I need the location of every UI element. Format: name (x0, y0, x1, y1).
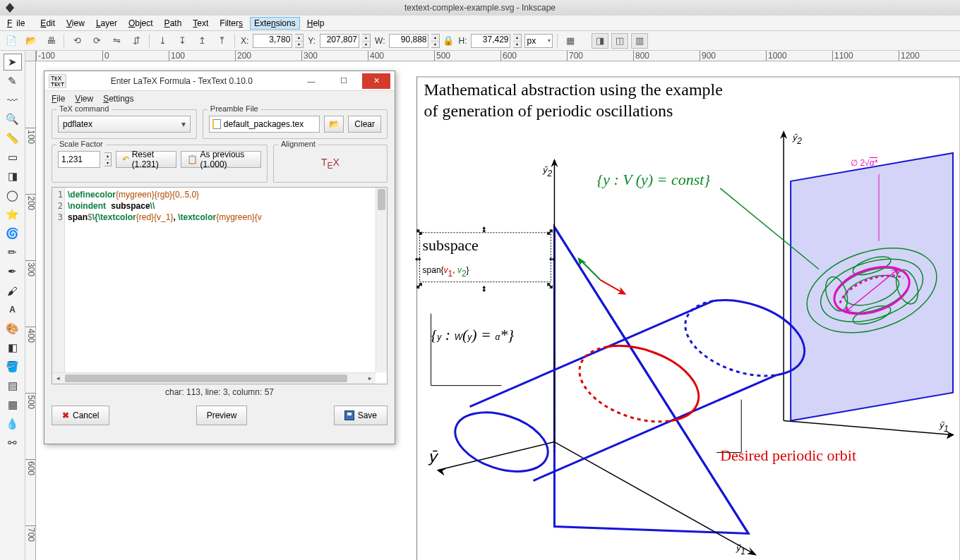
dialog-title: Enter LaTeX Formula - TexText 0.10.0 (71, 76, 294, 86)
bezier-tool-icon[interactable]: ✒ (4, 263, 22, 280)
selector-tool-icon[interactable]: ➤ (4, 54, 22, 71)
sf-spinner[interactable]: ▴▾ (104, 152, 112, 166)
editor-hscroll[interactable]: ◂▸ (52, 372, 376, 384)
menu-help[interactable]: Help (303, 17, 329, 30)
code-area[interactable]: \definecolor{mygreen}{rgb}{0,.5,0} \noin… (65, 188, 387, 384)
circle-tool-icon[interactable]: ◯ (4, 187, 22, 204)
v-const-label: {y : V (y) = const} (596, 171, 710, 188)
w-input[interactable]: 90,888 (389, 34, 428, 48)
menu-path[interactable]: Path (160, 17, 186, 30)
menu-filters[interactable]: Filters (215, 17, 247, 30)
ruler-vertical: 100200300400500600700 (25, 61, 36, 560)
svg-text:⤡: ⤡ (546, 281, 553, 291)
flip-h-icon[interactable]: ⇋ (108, 33, 125, 49)
h-input[interactable]: 37,429 (471, 34, 510, 48)
preamble-legend: Preamble File (208, 104, 261, 113)
alignment-indicator[interactable]: TEX (280, 151, 381, 176)
textext-dialog[interactable]: TᴇXᴛᴇxᴛ Enter LaTeX Formula - TexText 0.… (44, 71, 395, 444)
menu-layer[interactable]: Layer (92, 17, 121, 30)
transform-corners-icon[interactable]: ◫ (611, 33, 628, 49)
close-button[interactable]: ✕ (362, 73, 390, 89)
w-spinner[interactable]: ▴▾ (431, 34, 440, 48)
subspace-text: subspace (423, 236, 479, 254)
menu-extensions[interactable]: Extensions (250, 17, 300, 30)
transform-gradient-icon[interactable]: ▥ (631, 33, 648, 49)
3dbox-tool-icon[interactable]: ◨ (4, 168, 22, 185)
eraser-tool-icon[interactable]: ◧ (4, 339, 22, 356)
browse-button[interactable]: 📂 (324, 116, 344, 133)
editor-vscroll[interactable] (376, 188, 387, 372)
menu-bar: File Edit View Layer Object Path Text Fi… (0, 16, 960, 31)
menu-view[interactable]: View (62, 17, 89, 30)
mesh-tool-icon[interactable]: ▦ (4, 396, 22, 413)
dlg-menu-file[interactable]: File (52, 94, 65, 104)
star-tool-icon[interactable]: ⭐ (4, 206, 22, 223)
x-input[interactable]: 3,780 (253, 34, 292, 48)
raise-icon[interactable]: ↥ (193, 33, 210, 49)
lower-icon[interactable]: ↧ (174, 33, 191, 49)
spray-tool-icon[interactable]: 🎨 (4, 320, 22, 337)
node-tool-icon[interactable]: ✎ (4, 73, 22, 90)
w-label: {y : W(y) = α*} (431, 326, 515, 343)
separator (557, 34, 558, 48)
connector-tool-icon[interactable]: ⚯ (4, 434, 22, 451)
right-plane (791, 153, 953, 421)
h-spinner[interactable]: ▴▾ (513, 34, 522, 48)
new-doc-icon[interactable]: 📄 (3, 33, 20, 49)
transform-stroke-icon[interactable]: ◨ (592, 33, 608, 49)
cancel-button[interactable]: ✖Cancel (52, 406, 109, 425)
dialog-titlebar[interactable]: TᴇXᴛᴇxᴛ Enter LaTeX Formula - TexText 0.… (44, 71, 395, 91)
pencil-tool-icon[interactable]: ✏ (4, 244, 22, 261)
rotate-ccw-icon[interactable]: ⟲ (68, 33, 85, 49)
preview-button[interactable]: Preview (196, 406, 248, 425)
lower-bottom-icon[interactable]: ⤓ (154, 33, 171, 49)
unit-select[interactable]: px (524, 34, 553, 48)
ruler-corner (25, 51, 36, 61)
as-previous-button[interactable]: 📋As previous (1.000) (181, 151, 261, 168)
y-input[interactable]: 207,807 (320, 34, 359, 48)
menu-edit[interactable]: Edit (36, 17, 59, 30)
raise-top-icon[interactable]: ⤒ (213, 33, 230, 49)
window-title: textext-complex-example.svg - Inkscape (404, 3, 556, 13)
x-spinner[interactable]: ▴▾ (295, 34, 304, 48)
dlg-menu-view[interactable]: View (75, 94, 93, 104)
tex-command-legend: TeX command (56, 104, 112, 113)
window-titlebar: textext-complex-example.svg - Inkscape (0, 0, 960, 16)
editor-status: char: 113, line: 3, column: 57 (52, 384, 388, 400)
affect-move-icon[interactable]: ▦ (562, 33, 579, 49)
svg-text:↕: ↕ (482, 284, 486, 293)
zoom-tool-icon[interactable]: 🔍 (4, 111, 22, 128)
fill-tool-icon[interactable]: 🪣 (4, 358, 22, 375)
separator (234, 34, 235, 48)
reset-button[interactable]: ↶Reset (1.231) (116, 151, 176, 168)
menu-file[interactable]: File (3, 17, 33, 30)
open-doc-icon[interactable]: 📂 (23, 33, 40, 49)
text-tool-icon[interactable]: A (4, 301, 22, 318)
y-spinner[interactable]: ▴▾ (362, 34, 371, 48)
gradient-tool-icon[interactable]: ▤ (4, 377, 22, 394)
diameter-label: ∅ 2√α* (851, 158, 877, 168)
svg-text:⤢: ⤢ (416, 281, 423, 291)
flip-v-icon[interactable]: ⇵ (128, 33, 145, 49)
dlg-menu-settings[interactable]: Settings (103, 94, 133, 104)
scale-factor-input[interactable] (58, 151, 100, 168)
menu-text[interactable]: Text (188, 17, 212, 30)
tex-command-combo[interactable]: pdflatex (58, 116, 191, 133)
measure-tool-icon[interactable]: 📏 (4, 130, 22, 147)
toolbox: ➤ ✎ 〰 🔍 📏 ▭ ◨ ◯ ⭐ 🌀 ✏ ✒ 🖌 A 🎨 ◧ 🪣 ▤ ▦ 💧 … (0, 51, 25, 560)
spiral-tool-icon[interactable]: 🌀 (4, 225, 22, 242)
menu-object[interactable]: Object (124, 17, 157, 30)
minimize-button[interactable]: — (297, 73, 325, 89)
lock-icon[interactable]: 🔒 (443, 35, 454, 46)
dropper-tool-icon[interactable]: 💧 (4, 415, 22, 432)
clear-button[interactable]: Clear (348, 116, 381, 133)
maximize-button[interactable]: ☐ (330, 73, 358, 89)
print-icon[interactable]: 🖶 (42, 33, 59, 49)
calligraphy-tool-icon[interactable]: 🖌 (4, 282, 22, 299)
rotate-cw-icon[interactable]: ⟳ (88, 33, 105, 49)
save-button[interactable]: Save (334, 406, 388, 425)
tweak-tool-icon[interactable]: 〰 (4, 92, 22, 109)
latex-editor[interactable]: 123 \definecolor{mygreen}{rgb}{0,.5,0} \… (52, 187, 388, 384)
rect-tool-icon[interactable]: ▭ (4, 149, 22, 166)
orbit-label: Desired periodic orbit (720, 446, 856, 464)
